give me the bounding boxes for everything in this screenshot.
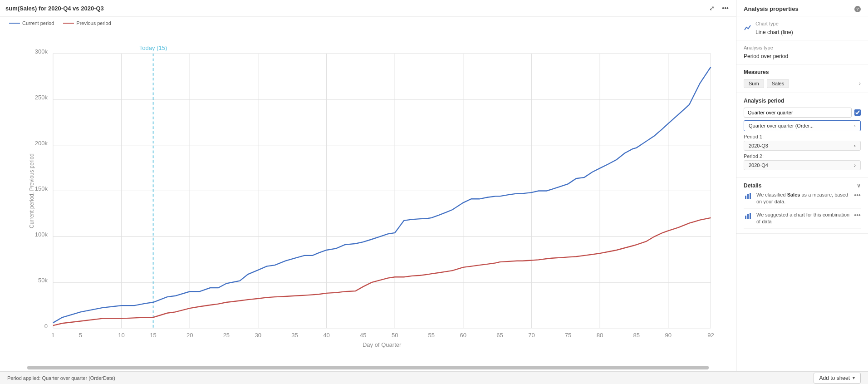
legend-current: Current period	[9, 20, 54, 26]
analysis-type-label: Analysis type	[744, 45, 861, 50]
analysis-type-value: Period over period	[744, 53, 861, 59]
legend-red-line	[63, 23, 74, 24]
chart-svg: 0 50k 100k 150k 200k 250k 300k Current p…	[27, 34, 727, 348]
period1-row: Period 1: 2020-Q3 ›	[744, 134, 861, 151]
svg-text:25: 25	[223, 332, 230, 339]
svg-text:Current period, Previous perio: Current period, Previous period	[29, 153, 35, 228]
svg-text:85: 85	[633, 332, 640, 339]
measures-chevron[interactable]: ›	[859, 80, 861, 87]
svg-text:10: 10	[118, 332, 125, 339]
svg-rect-52	[745, 216, 746, 219]
measures-sum-pill: Sum	[744, 79, 764, 88]
add-to-sheet-button[interactable]: Add to sheet ▾	[814, 373, 861, 384]
period2-chevron: ›	[854, 162, 856, 168]
svg-rect-51	[750, 193, 751, 199]
period1-value[interactable]: 2020-Q3 ›	[744, 141, 861, 151]
svg-text:60: 60	[460, 332, 467, 339]
detail-1-more-icon[interactable]: •••	[854, 192, 861, 199]
detail-item-1: We classified Sales as a measure, based …	[744, 189, 861, 209]
svg-text:20: 20	[186, 332, 193, 339]
period-checkbox[interactable]	[854, 109, 861, 116]
analysis-type-section: Analysis type Period over period	[736, 40, 868, 64]
legend-previous: Previous period	[63, 20, 111, 26]
detail-icon-1	[744, 192, 753, 201]
period1-label: Period 1:	[744, 134, 861, 139]
chart-type-label: Chart type	[755, 21, 793, 26]
svg-text:50k: 50k	[38, 277, 48, 284]
panel-title: Analysis properties ?	[736, 0, 868, 16]
svg-text:300k: 300k	[35, 48, 48, 55]
details-label: Details	[744, 182, 761, 189]
svg-text:92: 92	[707, 332, 714, 339]
svg-rect-53	[747, 214, 749, 219]
svg-text:5: 5	[79, 332, 82, 339]
period-dropdown[interactable]: Quarter over quarter	[744, 108, 852, 118]
add-to-sheet-label: Add to sheet	[819, 375, 850, 381]
expand-icon[interactable]: ⤢	[707, 4, 716, 13]
detail-2-more-icon[interactable]: •••	[854, 212, 861, 219]
svg-text:65: 65	[496, 332, 503, 339]
details-section: Details ∨ We classified Sales as a measu…	[736, 178, 868, 234]
period1-chevron: ›	[854, 143, 856, 148]
svg-text:50: 50	[392, 332, 398, 339]
svg-rect-49	[745, 196, 746, 199]
legend-blue-line	[9, 23, 20, 24]
svg-text:45: 45	[360, 332, 366, 339]
period2-value[interactable]: 2020-Q4 ›	[744, 160, 861, 170]
chart-title: sum(Sales) for 2020-Q4 vs 2020-Q3	[5, 5, 104, 12]
svg-text:55: 55	[428, 332, 435, 339]
svg-text:0: 0	[44, 323, 48, 330]
svg-text:35: 35	[291, 332, 298, 339]
measures-section: Measures Sum Sales ›	[736, 64, 868, 93]
chart-scrollbar[interactable]	[27, 366, 709, 369]
chart-type-value: Line chart (line)	[755, 29, 793, 35]
svg-text:70: 70	[528, 332, 535, 339]
chart-scrollbar-thumb	[27, 366, 709, 369]
detail-item-2: We suggested a chart for this combinatio…	[744, 209, 861, 229]
svg-rect-54	[750, 213, 751, 219]
period2-row: Period 2: 2020-Q4 ›	[744, 153, 861, 170]
analysis-period-section: Analysis period Quarter over quarter Qua…	[736, 93, 868, 178]
svg-text:15: 15	[150, 332, 157, 339]
chart-type-section: Chart type Line chart (line)	[736, 16, 868, 40]
svg-text:Day of Quarter: Day of Quarter	[363, 341, 402, 348]
svg-text:80: 80	[597, 332, 603, 339]
measures-label: Measures	[744, 69, 861, 75]
svg-text:30: 30	[255, 332, 262, 339]
add-sheet-chevron-icon: ▾	[853, 375, 855, 380]
svg-text:75: 75	[565, 332, 572, 339]
measures-sales-pill: Sales	[767, 79, 790, 88]
bottom-bar: Period applied: Quarter over quarter (Or…	[0, 371, 868, 384]
period-field-btn[interactable]: Quarter over quarter (Order... ›	[744, 120, 861, 131]
chart-legend: Current period Previous period	[0, 17, 736, 30]
period2-label: Period 2:	[744, 153, 861, 159]
legend-previous-label: Previous period	[76, 20, 111, 26]
detail-1-text: We classified Sales as a measure, based …	[756, 192, 850, 206]
svg-rect-50	[747, 194, 749, 199]
analysis-panel: Analysis properties ? Chart type Line ch…	[736, 0, 868, 371]
svg-text:150k: 150k	[35, 186, 48, 192]
detail-icon-2	[744, 212, 753, 221]
svg-text:1: 1	[51, 332, 54, 339]
svg-text:250k: 250k	[35, 94, 48, 101]
svg-text:40: 40	[323, 332, 330, 339]
details-chevron[interactable]: ∨	[857, 182, 861, 189]
panel-info-icon[interactable]: ?	[854, 6, 861, 12]
svg-text:90: 90	[665, 332, 672, 339]
legend-current-label: Current period	[22, 20, 54, 26]
more-options-icon[interactable]: •••	[720, 4, 731, 13]
svg-text:100k: 100k	[35, 231, 48, 238]
svg-text:200k: 200k	[35, 140, 48, 147]
line-chart-icon	[744, 24, 752, 33]
svg-text:Today (15): Today (15)	[139, 44, 167, 51]
period-field-chevron: ›	[854, 123, 856, 128]
analysis-period-label: Analysis period	[744, 98, 861, 104]
period-applied-text: Period applied: Quarter over quarter (Or…	[7, 375, 115, 381]
detail-2-text: We suggested a chart for this combinatio…	[756, 212, 850, 226]
